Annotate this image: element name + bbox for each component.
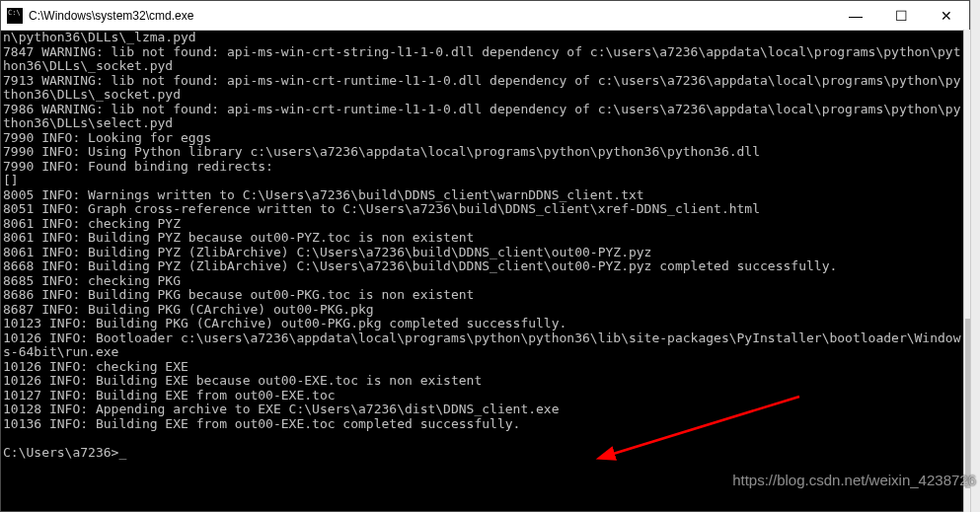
minimize-button[interactable]: — (833, 1, 878, 30)
cursor: _ (118, 446, 126, 461)
prompt-line[interactable]: C:\Users\a7236> (3, 445, 118, 460)
window-title: C:\Windows\system32\cmd.exe (29, 9, 833, 23)
console-output[interactable]: n\python36\DLLs\_lzma.pyd 7847 WARNING: … (1, 31, 969, 511)
window-controls: — ☐ ✕ (833, 1, 969, 30)
side-strip (970, 0, 980, 512)
cmd-icon (7, 8, 23, 24)
close-button[interactable]: ✕ (924, 1, 969, 30)
maximize-button[interactable]: ☐ (878, 1, 924, 30)
watermark: https://blog.csdn.net/weixin_4238726 (732, 472, 976, 488)
cmd-window: C:\Windows\system32\cmd.exe — ☐ ✕ n\pyth… (0, 0, 970, 512)
titlebar[interactable]: C:\Windows\system32\cmd.exe — ☐ ✕ (1, 1, 969, 31)
